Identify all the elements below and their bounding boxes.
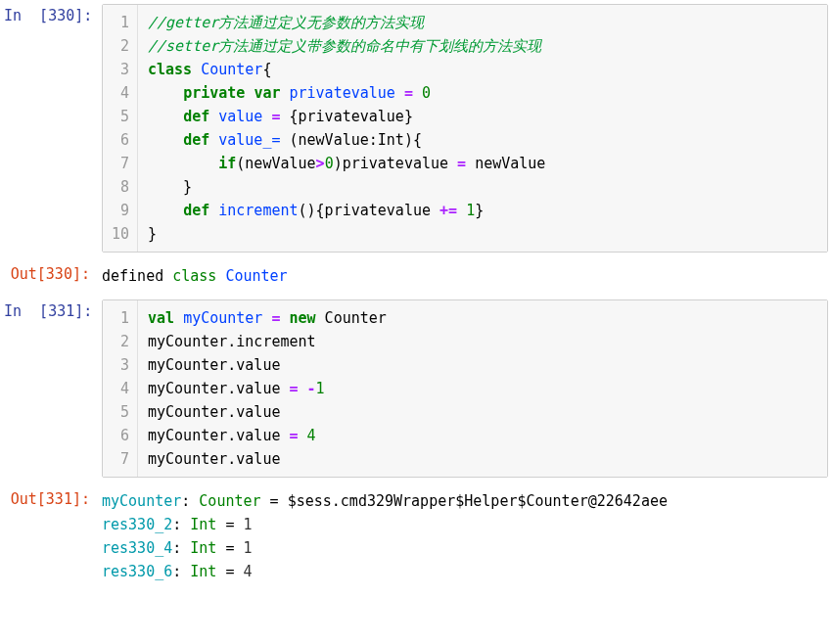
token: myCounter.value [148, 450, 280, 468]
token: = [290, 380, 299, 397]
token [148, 131, 183, 149]
token [299, 427, 307, 444]
code-line[interactable]: myCounter.value [148, 447, 817, 471]
line-number: 2 [111, 34, 129, 58]
line-number: 3 [111, 58, 129, 81]
code-lines[interactable]: val myCounter = new CountermyCounter.inc… [138, 300, 827, 477]
code-line[interactable]: myCounter.value [148, 400, 817, 424]
token: 0 [422, 84, 431, 102]
token [148, 84, 183, 102]
token: > [316, 155, 325, 172]
line-number: 4 [111, 377, 129, 400]
token [413, 84, 422, 102]
output-line: res330_6: Int = 4 [102, 560, 828, 583]
token: res330_2 [102, 516, 172, 533]
token: : [172, 539, 190, 557]
token: 0 [325, 155, 334, 172]
token: class [172, 267, 216, 285]
code-line[interactable]: //getter方法通过定义无参数的方法实现 [148, 11, 817, 34]
token: 1 [244, 516, 253, 533]
input-cell: In [331]:1234567val myCounter = new Coun… [4, 299, 828, 478]
token: (){privatevalue [299, 202, 440, 219]
token: )privatevalue [334, 155, 457, 172]
token: - [307, 380, 316, 397]
token: {privatevalue} [280, 108, 412, 125]
code-area[interactable]: 1234567val myCounter = new CountermyCoun… [102, 299, 828, 478]
code-area[interactable]: 12345678910//getter方法通过定义无参数的方法实现//sette… [102, 4, 828, 253]
code-line[interactable]: } [148, 175, 817, 199]
token: class [148, 61, 192, 78]
input-prompt: In [331]: [4, 299, 102, 478]
code-line[interactable]: class Counter{ [148, 58, 817, 81]
token [148, 155, 218, 172]
token: value [218, 108, 262, 125]
token: = [216, 516, 243, 533]
token: (newValue:Int){ [280, 131, 422, 149]
token: : [172, 516, 190, 533]
token: (newValue [236, 155, 315, 172]
code-line[interactable]: val myCounter = new Counter [148, 306, 817, 330]
code-line[interactable]: def value_= (newValue:Int){ [148, 128, 817, 152]
code-lines[interactable]: //getter方法通过定义无参数的方法实现//setter方法通过定义带参数的… [138, 5, 827, 252]
line-number: 6 [111, 424, 129, 447]
token: myCounter.value [148, 403, 280, 421]
output-content: defined class Counter [102, 262, 828, 290]
output-prompt: Out[330]: [4, 262, 102, 290]
token: res330_6 [102, 563, 172, 580]
token: Counter [316, 309, 387, 327]
code-line[interactable]: myCounter.value [148, 353, 817, 377]
code-line[interactable]: } [148, 222, 817, 246]
notebook-root: In [330]:12345678910//getter方法通过定义无参数的方法… [4, 4, 828, 585]
token: : [181, 492, 199, 510]
token [457, 202, 466, 219]
token: = [290, 427, 299, 444]
code-line[interactable]: myCounter.value = 4 [148, 424, 817, 447]
line-number: 7 [111, 152, 129, 175]
token: if [218, 155, 236, 172]
token: { [262, 61, 271, 78]
line-number-gutter: 1234567 [103, 300, 138, 477]
token [174, 309, 183, 327]
token: 1 [466, 202, 475, 219]
token: = $sess.cmd329Wrapper$Helper$Counter@226… [261, 492, 668, 510]
token: defined [102, 267, 172, 285]
token: Counter [199, 492, 260, 510]
token: new [290, 309, 316, 327]
output-prompt: Out[331]: [4, 487, 102, 585]
token: //setter方法通过定义带参数的命名中有下划线的方法实现 [148, 37, 541, 55]
code-line[interactable]: myCounter.increment [148, 330, 817, 353]
line-number-gutter: 12345678910 [103, 5, 138, 252]
token: } [148, 178, 192, 196]
code-line[interactable]: if(newValue>0)privatevalue = newValue [148, 152, 817, 175]
token [280, 84, 289, 102]
line-number: 1 [111, 306, 129, 330]
token: 4 [307, 427, 316, 444]
token: Counter [201, 61, 262, 78]
input-content: 12345678910//getter方法通过定义无参数的方法实现//sette… [102, 4, 828, 253]
code-line[interactable]: //setter方法通过定义带参数的命名中有下划线的方法实现 [148, 34, 817, 58]
code-line[interactable]: private var privatevalue = 0 [148, 81, 817, 105]
token: Int [190, 539, 216, 557]
token: private [183, 84, 245, 102]
token: Int [190, 516, 216, 533]
line-number: 5 [111, 105, 129, 128]
token: = [404, 84, 413, 102]
token: 1 [316, 380, 325, 397]
token [299, 380, 307, 397]
token: myCounter [102, 492, 181, 510]
token: res330_4 [102, 539, 172, 557]
code-line[interactable]: def increment(){privatevalue += 1} [148, 199, 817, 222]
token: newValue [466, 155, 545, 172]
code-line[interactable]: def value = {privatevalue} [148, 105, 817, 128]
token: Int [190, 563, 216, 580]
token: myCounter.value [148, 427, 290, 444]
token: } [148, 225, 157, 243]
token: privatevalue [290, 84, 395, 102]
line-number: 4 [111, 81, 129, 105]
output-line: res330_4: Int = 1 [102, 536, 828, 560]
line-number: 5 [111, 400, 129, 424]
line-number: 9 [111, 199, 129, 222]
code-line[interactable]: myCounter.value = -1 [148, 377, 817, 400]
token: var [254, 84, 280, 102]
token: myCounter.increment [148, 333, 316, 350]
